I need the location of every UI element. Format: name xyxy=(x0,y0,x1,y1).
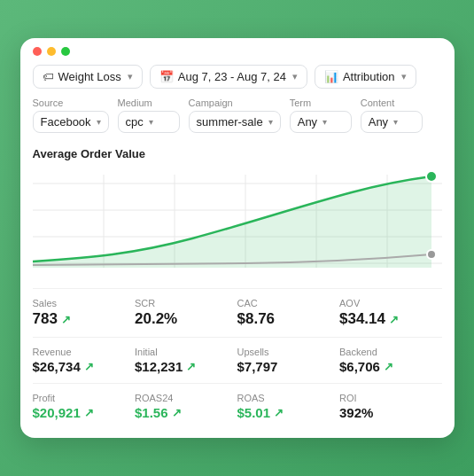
titlebar xyxy=(20,38,455,61)
metric-revenue: Revenue $26,734 ↗ xyxy=(33,337,136,383)
metric-initial-value: $12,231 ↗ xyxy=(135,359,232,374)
date-label: Aug 7, 23 - Aug 7, 24 xyxy=(178,70,286,83)
metric-aov-value: $34.14 ↗ xyxy=(339,310,437,328)
content-label: Content xyxy=(361,98,423,108)
metric-roas: ROAS $5.01 ↗ xyxy=(237,383,340,429)
metric-roi-value: 392% xyxy=(339,405,437,420)
category-button[interactable]: 🏷 Weight Loss ▾ xyxy=(33,65,143,89)
main-card: 🏷 Weight Loss ▾ 📅 Aug 7, 23 - Aug 7, 24 … xyxy=(20,38,455,438)
medium-filter: Medium cpc ▾ xyxy=(118,98,180,133)
metric-revenue-arrow: ↗ xyxy=(84,360,94,373)
metric-revenue-value: $26,734 ↗ xyxy=(33,359,130,374)
metric-cac: CAC $8.76 xyxy=(237,288,340,337)
term-select[interactable]: Any ▾ xyxy=(290,111,352,133)
metric-roas24: ROAS24 $1.56 ↗ xyxy=(135,383,237,429)
metric-roi-label: ROI xyxy=(339,393,437,403)
metric-profit-label: Profit xyxy=(33,393,130,403)
svg-point-10 xyxy=(427,250,436,259)
medium-select[interactable]: cpc ▾ xyxy=(118,111,180,133)
metric-backend-arrow: ↗ xyxy=(384,360,393,373)
metric-profit-arrow: ↗ xyxy=(84,406,94,419)
metric-roas24-value: $1.56 ↗ xyxy=(135,405,232,420)
attribution-chevron: ▾ xyxy=(401,71,407,82)
metric-profit-value: $20,921 ↗ xyxy=(33,405,130,420)
campaign-select[interactable]: summer-sale ▾ xyxy=(189,111,281,133)
metric-sales-value: 783 ↗ xyxy=(33,310,130,328)
metric-roas24-arrow: ↗ xyxy=(172,406,182,419)
metric-initial-label: Initial xyxy=(135,347,232,357)
chart-section: Average Order Value xyxy=(20,140,455,285)
metric-sales: Sales 783 ↗ xyxy=(33,288,136,337)
metric-scr: SCR 20.2% xyxy=(135,288,237,337)
content-filter: Content Any ▾ xyxy=(361,98,423,133)
attribution-button[interactable]: 📊 Attribution ▾ xyxy=(315,65,416,89)
metric-initial-arrow: ↗ xyxy=(186,360,196,373)
metric-backend-value: $6,706 ↗ xyxy=(339,359,437,374)
metric-cac-value: $8.76 xyxy=(237,310,335,328)
chart-title: Average Order Value xyxy=(33,147,442,160)
metric-scr-value: 20.2% xyxy=(135,310,232,328)
campaign-value: summer-sale xyxy=(197,115,263,129)
metric-roas-arrow: ↗ xyxy=(274,406,284,419)
chart-svg xyxy=(33,166,442,281)
metric-upsells-value: $7,797 xyxy=(237,359,335,374)
term-value: Any xyxy=(298,115,317,129)
metric-roas-label: ROAS xyxy=(237,393,335,403)
metric-aov: AOV $34.14 ↗ xyxy=(339,288,442,337)
medium-label: Medium xyxy=(118,98,180,108)
chart-container xyxy=(33,166,442,281)
source-select[interactable]: Facebook ▾ xyxy=(33,111,109,133)
source-label: Source xyxy=(33,98,109,108)
svg-point-9 xyxy=(426,171,437,182)
metric-roas-value: $5.01 ↗ xyxy=(237,405,335,420)
category-label: Weight Loss xyxy=(58,70,121,83)
metric-sales-label: Sales xyxy=(33,298,130,308)
metric-upsells-label: Upsells xyxy=(237,347,335,357)
content-chevron: ▾ xyxy=(393,117,398,127)
close-dot[interactable] xyxy=(33,47,42,56)
date-chevron: ▾ xyxy=(292,71,298,82)
attribution-label: Attribution xyxy=(343,70,395,83)
campaign-chevron: ▾ xyxy=(268,117,273,127)
category-chevron: ▾ xyxy=(128,71,133,82)
filters-row: Source Facebook ▾ Medium cpc ▾ Campaign … xyxy=(20,96,455,140)
calendar-icon: 📅 xyxy=(159,70,174,83)
term-chevron: ▾ xyxy=(322,117,327,127)
metric-roi: ROI 392% xyxy=(339,383,442,429)
term-filter: Term Any ▾ xyxy=(290,98,352,133)
toolbar: 🏷 Weight Loss ▾ 📅 Aug 7, 23 - Aug 7, 24 … xyxy=(20,61,455,96)
attribution-icon: 📊 xyxy=(324,70,338,83)
category-icon: 🏷 xyxy=(43,70,54,83)
metrics-grid: Sales 783 ↗ SCR 20.2% CAC $8.76 AOV $34.… xyxy=(20,288,455,429)
date-button[interactable]: 📅 Aug 7, 23 - Aug 7, 24 ▾ xyxy=(150,65,307,89)
metric-roas24-label: ROAS24 xyxy=(135,393,232,403)
campaign-filter: Campaign summer-sale ▾ xyxy=(189,98,281,133)
metric-backend-label: Backend xyxy=(339,347,437,357)
term-label: Term xyxy=(290,98,352,108)
metric-aov-arrow: ↗ xyxy=(389,313,399,326)
source-chevron: ▾ xyxy=(97,117,101,127)
maximize-dot[interactable] xyxy=(61,47,70,56)
metric-aov-label: AOV xyxy=(339,298,437,308)
content-select[interactable]: Any ▾ xyxy=(361,111,423,133)
metric-scr-label: SCR xyxy=(135,298,232,308)
source-value: Facebook xyxy=(41,115,91,129)
minimize-dot[interactable] xyxy=(47,47,56,56)
metric-backend: Backend $6,706 ↗ xyxy=(339,337,442,383)
medium-chevron: ▾ xyxy=(149,117,153,127)
source-filter: Source Facebook ▾ xyxy=(33,98,109,133)
metric-profit: Profit $20,921 ↗ xyxy=(33,383,136,429)
metric-sales-arrow: ↗ xyxy=(61,313,71,326)
metric-cac-label: CAC xyxy=(237,298,335,308)
metric-initial: Initial $12,231 ↗ xyxy=(135,337,237,383)
medium-value: cpc xyxy=(126,115,144,129)
metric-upsells: Upsells $7,797 xyxy=(237,337,340,383)
content-value: Any xyxy=(369,115,388,129)
metric-revenue-label: Revenue xyxy=(33,347,130,357)
campaign-label: Campaign xyxy=(189,98,281,108)
